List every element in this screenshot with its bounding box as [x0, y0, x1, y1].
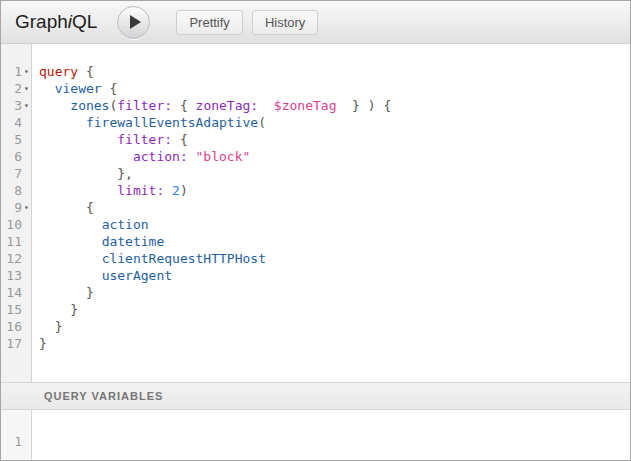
token-property: clientRequestHTTPHost	[102, 251, 266, 266]
line-number: 11	[1, 233, 22, 250]
line-number: 15	[1, 301, 22, 318]
gutter-row: 1	[1, 433, 31, 450]
query-code[interactable]: query { viewer { zones(filter: { zoneTag…	[32, 44, 630, 382]
code-line[interactable]: query {	[39, 63, 630, 80]
token-property: action	[102, 217, 149, 232]
token-punct: }	[39, 302, 78, 317]
gutter-row: 13	[1, 267, 31, 284]
fold-spacer	[22, 250, 31, 267]
line-number: 16	[1, 318, 22, 335]
gutter-row: 2▾	[1, 80, 31, 97]
fold-spacer	[22, 182, 31, 199]
token-punct: (	[258, 115, 266, 130]
fold-arrow-icon[interactable]: ▾	[22, 199, 31, 216]
gutter-row: 16	[1, 318, 31, 335]
token-number: 2	[172, 183, 180, 198]
query-variables-title-bar[interactable]: QUERY VARIABLES	[1, 382, 630, 410]
token-punct: } ) {	[336, 98, 391, 113]
token-keyword: query	[39, 64, 78, 79]
graphiql-window: GraphiQL Prettify History 1▾2▾3▾456789▾1…	[0, 0, 631, 461]
fold-spacer	[22, 165, 31, 182]
code-line[interactable]: },	[39, 165, 630, 182]
variables-gutter: 1	[1, 410, 32, 460]
fold-spacer	[22, 148, 31, 165]
history-button[interactable]: History	[252, 10, 318, 35]
line-number: 14	[1, 284, 22, 301]
fold-arrow-icon[interactable]: ▾	[22, 63, 31, 80]
gutter-row: 9▾	[1, 199, 31, 216]
fold-spacer	[22, 267, 31, 284]
line-number: 17	[1, 335, 22, 352]
code-line[interactable]: datetime	[39, 233, 630, 250]
fold-arrow-icon[interactable]: ▾	[22, 80, 31, 97]
fold-arrow-icon[interactable]: ▾	[22, 97, 31, 114]
code-line[interactable]: action: "block"	[39, 148, 630, 165]
line-number: 5	[1, 131, 22, 148]
query-variables-title: QUERY VARIABLES	[44, 390, 163, 402]
fold-spacer	[22, 131, 31, 148]
gutter-row: 11	[1, 233, 31, 250]
token-punct	[39, 251, 102, 266]
token-property: datetime	[102, 234, 165, 249]
token-punct	[39, 98, 70, 113]
code-line[interactable]: userAgent	[39, 267, 630, 284]
token-punct: }	[39, 319, 62, 334]
token-attribute: filter:	[117, 98, 172, 113]
line-number: 7	[1, 165, 22, 182]
code-line[interactable]: viewer {	[39, 80, 630, 97]
prettify-button[interactable]: Prettify	[176, 10, 242, 35]
token-punct: {	[39, 200, 94, 215]
line-number: 1	[1, 63, 22, 80]
gutter-row: 17	[1, 335, 31, 352]
code-line[interactable]: firewallEventsAdaptive(	[39, 114, 630, 131]
code-line[interactable]: }	[39, 284, 630, 301]
token-string: "block"	[196, 149, 251, 164]
fold-spacer	[22, 216, 31, 233]
token-attribute: zoneTag:	[196, 98, 259, 113]
token-punct: {	[172, 132, 188, 147]
variables-editor[interactable]: 1 {"zoneTag":""}	[1, 410, 630, 460]
token-punct	[39, 132, 117, 147]
code-line[interactable]: }	[39, 318, 630, 335]
token-punct: {	[78, 64, 94, 79]
fold-spacer	[22, 284, 31, 301]
token-punct	[258, 98, 274, 113]
query-editor[interactable]: 1▾2▾3▾456789▾1011121314151617 query { vi…	[1, 44, 630, 382]
code-line[interactable]: clientRequestHTTPHost	[39, 250, 630, 267]
query-gutter: 1▾2▾3▾456789▾1011121314151617	[1, 44, 32, 382]
code-line[interactable]: {	[39, 199, 630, 216]
token-variable: $zoneTag	[274, 98, 337, 113]
line-number: 1	[1, 433, 22, 450]
token-punct: },	[39, 166, 133, 181]
line-number: 10	[1, 216, 22, 233]
gutter-row: 12	[1, 250, 31, 267]
token-punct: }	[39, 336, 47, 351]
token-property: firewallEventsAdaptive	[86, 115, 258, 130]
gutter-row: 6	[1, 148, 31, 165]
line-number: 3	[1, 97, 22, 114]
token-property: zones	[70, 98, 109, 113]
token-punct: {	[172, 98, 195, 113]
line-number: 2	[1, 80, 22, 97]
token-punct	[39, 268, 102, 283]
token-punct	[39, 149, 133, 164]
line-number: 13	[1, 267, 22, 284]
code-line[interactable]: }	[39, 335, 630, 352]
execute-query-button[interactable]	[117, 6, 150, 39]
line-number: 6	[1, 148, 22, 165]
gutter-row: 15	[1, 301, 31, 318]
code-line[interactable]: limit: 2)	[39, 182, 630, 199]
line-number: 8	[1, 182, 22, 199]
code-line[interactable]: zones(filter: { zoneTag: $zoneTag } ) {	[39, 97, 630, 114]
token-property: userAgent	[102, 268, 172, 283]
gutter-row: 1▾	[1, 63, 31, 80]
gutter-row: 5	[1, 131, 31, 148]
fold-spacer	[22, 301, 31, 318]
code-line[interactable]: }	[39, 301, 630, 318]
variables-code[interactable]: {"zoneTag":""}	[32, 410, 630, 460]
token-punct	[39, 217, 102, 232]
code-line[interactable]: filter: {	[39, 131, 630, 148]
code-line[interactable]: action	[39, 216, 630, 233]
token-attribute: limit:	[117, 183, 164, 198]
gutter-row: 8	[1, 182, 31, 199]
